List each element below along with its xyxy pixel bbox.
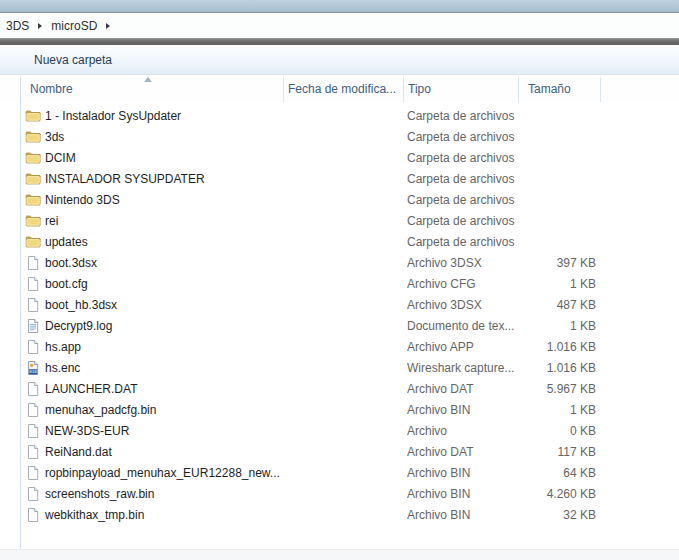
file-type: Carpeta de archivos bbox=[407, 214, 514, 228]
file-row[interactable]: boot_hb.3dsx Archivo 3DSX 487 KB bbox=[0, 295, 679, 316]
file-row[interactable]: INSTALADOR SYSUPDATER Carpeta de archivo… bbox=[0, 169, 679, 190]
window-separator bbox=[0, 38, 679, 45]
file-type: Archivo BIN bbox=[407, 487, 470, 501]
file-icon bbox=[25, 465, 41, 481]
folder-icon bbox=[25, 129, 41, 145]
file-row[interactable]: webkithax_tmp.bin Archivo BIN 32 KB bbox=[0, 505, 679, 526]
window-title-strip bbox=[0, 0, 679, 13]
column-header-name[interactable]: Nombre bbox=[30, 82, 73, 96]
file-icon bbox=[25, 444, 41, 460]
file-type: Archivo DAT bbox=[407, 445, 473, 459]
sort-ascending-icon bbox=[144, 77, 152, 82]
file-type: Archivo 3DSX bbox=[407, 256, 482, 270]
file-name: boot.cfg bbox=[45, 277, 88, 291]
breadcrumb-item-microsd[interactable]: microSD bbox=[47, 19, 101, 33]
file-size: 1 KB bbox=[496, 277, 596, 291]
file-row[interactable]: screenshots_raw.bin Archivo BIN 4.260 KB bbox=[0, 484, 679, 505]
file-size: 1.016 KB bbox=[496, 361, 596, 375]
folder-icon bbox=[25, 213, 41, 229]
new-folder-button[interactable]: Nueva carpeta bbox=[28, 50, 118, 70]
file-name: updates bbox=[45, 235, 88, 249]
file-row[interactable]: ReiNand.dat Archivo DAT 117 KB bbox=[0, 442, 679, 463]
file-row[interactable]: 3ds Carpeta de archivos bbox=[0, 127, 679, 148]
column-header-type[interactable]: Tipo bbox=[408, 82, 431, 96]
file-size: 117 KB bbox=[496, 445, 596, 459]
file-name: 1 - Instalador SysUpdater bbox=[45, 109, 181, 123]
file-row[interactable]: boot.3dsx Archivo 3DSX 397 KB bbox=[0, 253, 679, 274]
file-name: Decrypt9.log bbox=[45, 319, 112, 333]
file-type: Archivo BIN bbox=[407, 466, 470, 480]
explorer-window: 3DS microSD Nueva carpeta Nombre Fecha d… bbox=[0, 0, 679, 560]
file-row[interactable]: hs.app Archivo APP 1.016 KB bbox=[0, 337, 679, 358]
file-row[interactable]: Nintendo 3DS Carpeta de archivos bbox=[0, 190, 679, 211]
file-size: 5.967 KB bbox=[496, 382, 596, 396]
file-type: Archivo 3DSX bbox=[407, 298, 482, 312]
file-name: Nintendo 3DS bbox=[45, 193, 120, 207]
folder-icon bbox=[25, 234, 41, 250]
file-row[interactable]: Decrypt9.log Documento de tex... 1 KB bbox=[0, 316, 679, 337]
file-icon bbox=[25, 297, 41, 313]
file-size: 64 KB bbox=[496, 466, 596, 480]
file-row[interactable]: DCIM Carpeta de archivos bbox=[0, 148, 679, 169]
folder-icon bbox=[25, 192, 41, 208]
text-document-icon bbox=[25, 318, 41, 334]
file-list: 1 - Instalador SysUpdater Carpeta de arc… bbox=[0, 106, 679, 526]
folder-icon bbox=[25, 108, 41, 124]
file-row[interactable]: NEW-3DS-EUR Archivo 0 KB bbox=[0, 421, 679, 442]
column-resize-handle[interactable] bbox=[403, 77, 404, 102]
file-name: INSTALADOR SYSUPDATER bbox=[45, 172, 205, 186]
column-resize-handle[interactable] bbox=[600, 77, 601, 102]
file-name: 3ds bbox=[45, 130, 64, 144]
file-name: LAUNCHER.DAT bbox=[45, 382, 137, 396]
file-row[interactable]: updates Carpeta de archivos bbox=[0, 232, 679, 253]
file-name: DCIM bbox=[45, 151, 76, 165]
column-header-date[interactable]: Fecha de modifica... bbox=[288, 82, 396, 96]
file-size: 487 KB bbox=[496, 298, 596, 312]
file-type: Archivo BIN bbox=[407, 403, 470, 417]
command-toolbar: Nueva carpeta bbox=[0, 45, 679, 75]
breadcrumb: 3DS microSD bbox=[0, 19, 115, 33]
file-size: 397 KB bbox=[496, 256, 596, 270]
file-icon bbox=[25, 339, 41, 355]
file-type: Carpeta de archivos bbox=[407, 235, 514, 249]
file-type: Carpeta de archivos bbox=[407, 130, 514, 144]
file-name: screenshots_raw.bin bbox=[45, 487, 154, 501]
column-header-size[interactable]: Tamaño bbox=[528, 82, 571, 96]
breadcrumb-arrow-icon[interactable] bbox=[38, 23, 42, 29]
folder-icon bbox=[25, 150, 41, 166]
address-bar[interactable]: 3DS microSD bbox=[0, 13, 679, 38]
file-row[interactable]: menuhax_padcfg.bin Archivo BIN 1 KB bbox=[0, 400, 679, 421]
file-type: Archivo CFG bbox=[407, 277, 476, 291]
file-icon bbox=[25, 276, 41, 292]
file-row[interactable]: 010 hs.enc Wireshark capture... 1.016 KB bbox=[0, 358, 679, 379]
file-icon bbox=[25, 381, 41, 397]
column-resize-handle[interactable] bbox=[518, 77, 519, 102]
file-name: rei bbox=[45, 214, 58, 228]
file-name: ReiNand.dat bbox=[45, 445, 112, 459]
file-name: hs.app bbox=[45, 340, 81, 354]
file-row[interactable]: boot.cfg Archivo CFG 1 KB bbox=[0, 274, 679, 295]
file-size: 32 KB bbox=[496, 508, 596, 522]
file-type: Archivo BIN bbox=[407, 508, 470, 522]
file-name: ropbinpayload_menuhax_EUR12288_new... bbox=[45, 466, 280, 480]
svg-text:010: 010 bbox=[29, 369, 37, 374]
file-size: 1.016 KB bbox=[496, 340, 596, 354]
file-size: 1 KB bbox=[496, 319, 596, 333]
details-pane-edge bbox=[0, 549, 679, 560]
file-row[interactable]: rei Carpeta de archivos bbox=[0, 211, 679, 232]
breadcrumb-arrow-icon[interactable] bbox=[106, 23, 110, 29]
file-size: 1 KB bbox=[496, 403, 596, 417]
file-type: Carpeta de archivos bbox=[407, 109, 514, 123]
file-icon bbox=[25, 486, 41, 502]
file-name: boot_hb.3dsx bbox=[45, 298, 117, 312]
breadcrumb-item-3ds[interactable]: 3DS bbox=[2, 19, 33, 33]
file-type: Carpeta de archivos bbox=[407, 172, 514, 186]
file-icon bbox=[25, 402, 41, 418]
file-type: Carpeta de archivos bbox=[407, 193, 514, 207]
file-name: webkithax_tmp.bin bbox=[45, 508, 144, 522]
file-row[interactable]: LAUNCHER.DAT Archivo DAT 5.967 KB bbox=[0, 379, 679, 400]
column-resize-handle[interactable] bbox=[283, 77, 284, 102]
file-icon bbox=[25, 255, 41, 271]
file-row[interactable]: ropbinpayload_menuhax_EUR12288_new... Ar… bbox=[0, 463, 679, 484]
file-row[interactable]: 1 - Instalador SysUpdater Carpeta de arc… bbox=[0, 106, 679, 127]
